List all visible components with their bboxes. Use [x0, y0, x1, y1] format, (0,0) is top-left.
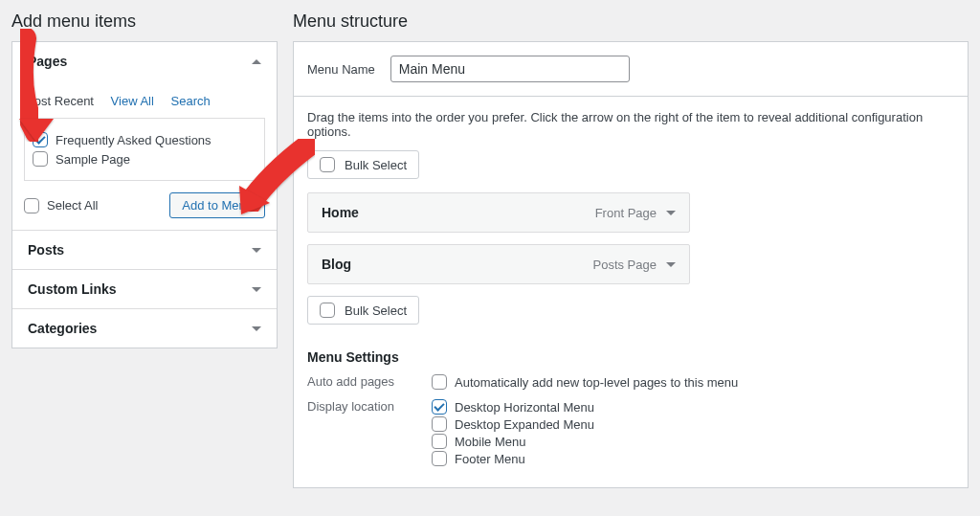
auto-add-pages-checkbox[interactable]: [432, 374, 447, 390]
select-all-label: Select All: [47, 198, 98, 213]
chevron-down-icon: [252, 287, 261, 292]
accordion-title: Posts: [28, 242, 64, 258]
accordion: Pages Most Recent View All Search Freque…: [11, 41, 278, 348]
loc-desktop-horizontal-checkbox[interactable]: [432, 399, 447, 415]
menu-name-input[interactable]: [390, 56, 630, 82]
chevron-down-icon: [252, 326, 261, 331]
accordion-pages-header[interactable]: Pages: [12, 42, 277, 80]
menu-structure-heading: Menu structure: [293, 11, 969, 32]
instruction-text: Drag the items into the order you prefer…: [307, 110, 954, 139]
loc-mobile-checkbox[interactable]: [432, 434, 447, 449]
chevron-down-icon[interactable]: [666, 211, 676, 215]
bulk-select-bottom[interactable]: Bulk Select: [307, 296, 419, 325]
bulk-select-checkbox[interactable]: [320, 303, 335, 318]
display-location-label: Display location: [307, 397, 432, 468]
add-to-menu-button[interactable]: Add to Menu: [169, 192, 265, 218]
menu-name-label: Menu Name: [307, 62, 375, 77]
chevron-down-icon[interactable]: [666, 262, 676, 267]
auto-add-pages-label: Auto add pages: [307, 372, 432, 392]
menu-item-type: Front Page: [595, 206, 657, 220]
loc-footer-checkbox[interactable]: [432, 451, 447, 466]
tab-most-recent[interactable]: Most Recent: [24, 94, 94, 108]
tab-search[interactable]: Search: [171, 94, 211, 108]
menu-item-blog[interactable]: Blog Posts Page: [307, 244, 690, 284]
menu-item-home[interactable]: Home Front Page: [307, 192, 690, 233]
menu-item-title: Home: [322, 205, 359, 220]
accordion-categories-header[interactable]: Categories: [12, 309, 277, 348]
page-label: Sample Page: [56, 152, 130, 167]
page-faq-checkbox[interactable]: [33, 132, 48, 147]
location-label: Footer Menu: [455, 452, 525, 466]
accordion-title: Pages: [28, 54, 67, 69]
accordion-title: Categories: [28, 321, 97, 336]
add-menu-items-heading: Add menu items: [11, 11, 278, 32]
accordion-title: Custom Links: [28, 281, 117, 297]
auto-add-pages-text: Automatically add new top-level pages to…: [455, 375, 738, 390]
bulk-select-label: Bulk Select: [345, 303, 407, 318]
tab-view-all[interactable]: View All: [111, 94, 154, 108]
select-all-checkbox[interactable]: [24, 198, 39, 213]
menu-item-type: Posts Page: [593, 258, 657, 272]
location-label: Desktop Horizontal Menu: [455, 400, 594, 415]
chevron-down-icon: [252, 248, 261, 253]
page-label: Frequently Asked Questions: [56, 133, 212, 147]
bulk-select-label: Bulk Select: [345, 158, 407, 172]
loc-desktop-expanded-checkbox[interactable]: [432, 416, 447, 432]
chevron-up-icon: [252, 59, 261, 64]
location-label: Desktop Expanded Menu: [455, 417, 594, 432]
accordion-custom-links-header[interactable]: Custom Links: [12, 270, 277, 308]
menu-item-title: Blog: [322, 257, 351, 272]
accordion-posts-header[interactable]: Posts: [12, 231, 277, 269]
menu-settings-heading: Menu Settings: [307, 349, 954, 365]
bulk-select-checkbox[interactable]: [320, 157, 335, 172]
bulk-select-top[interactable]: Bulk Select: [307, 150, 419, 179]
page-sample-checkbox[interactable]: [33, 151, 48, 167]
location-label: Mobile Menu: [455, 435, 525, 449]
